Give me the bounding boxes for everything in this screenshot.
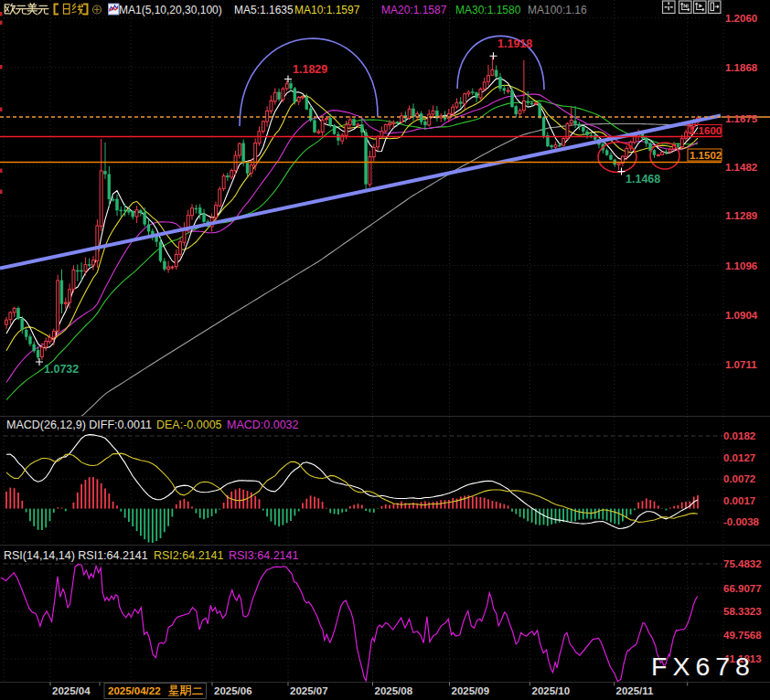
svg-text:-0.0038: -0.0038 [723,516,760,527]
svg-text:MA10:1.1597: MA10:1.1597 [294,4,360,16]
svg-text:0.0072: 0.0072 [723,473,755,484]
svg-text:2025/11: 2025/11 [616,685,655,696]
svg-text:1.1868: 1.1868 [725,62,758,73]
svg-text:MACD(26,12,9) DIFF:0.0011: MACD(26,12,9) DIFF:0.0011 [6,419,152,431]
svg-text:1.1829: 1.1829 [293,63,327,76]
svg-text:RSI(14,14,14) RSI1:64.2141: RSI(14,14,14) RSI1:64.2141 [4,549,148,562]
svg-text:1.1468: 1.1468 [626,173,660,186]
svg-text:1.1289: 1.1289 [725,210,757,221]
svg-text:66.9077: 66.9077 [723,583,762,594]
svg-text:2025/07: 2025/07 [290,685,328,696]
svg-text:MA20:1.1587: MA20:1.1587 [381,4,447,16]
svg-text:MA1(5,10,20,30,100): MA1(5,10,20,30,100) [119,4,222,16]
svg-text:MACD:0.0032: MACD:0.0032 [227,419,299,431]
svg-text:1.1675: 1.1675 [725,113,758,124]
svg-text:0.0182: 0.0182 [723,430,755,441]
svg-text:0.0127: 0.0127 [723,452,755,463]
svg-text:1.1096: 1.1096 [725,260,757,271]
svg-text:75.4832: 75.4832 [723,558,762,569]
svg-text:RSI3:64.2141: RSI3:64.2141 [229,549,298,562]
svg-text:MA5:1.1635: MA5:1.1635 [234,4,294,16]
svg-text:1.1918: 1.1918 [497,37,532,50]
svg-text:MA30:1.1580: MA30:1.1580 [455,4,521,16]
svg-text:FX678: FX678 [651,652,755,681]
svg-text:49.7568: 49.7568 [723,630,762,641]
svg-text:1.0904: 1.0904 [725,310,758,321]
svg-text:1.1482: 1.1482 [725,162,757,173]
svg-text:1.0711: 1.0711 [725,359,757,370]
svg-text:1.2060: 1.2060 [725,13,757,24]
svg-text:DEA:-0.0005: DEA:-0.0005 [156,419,222,431]
svg-text:2025/06: 2025/06 [214,685,252,696]
svg-text:1.1502: 1.1502 [690,150,722,161]
svg-text:1.1600: 1.1600 [690,125,722,136]
svg-text:2025/08: 2025/08 [375,685,413,696]
svg-text:RSI2:64.2141: RSI2:64.2141 [154,549,223,562]
svg-text:MA100:1.16: MA100:1.16 [528,4,587,16]
svg-text:1.0732: 1.0732 [44,363,79,376]
svg-text:0.0017: 0.0017 [723,495,755,506]
svg-text:2025/09: 2025/09 [452,685,490,696]
svg-text:2025/04/22: 2025/04/22 [108,685,161,696]
svg-text:2025/04: 2025/04 [52,685,91,696]
svg-text:2025/10: 2025/10 [532,685,571,696]
svg-text:58.3323: 58.3323 [723,606,762,617]
